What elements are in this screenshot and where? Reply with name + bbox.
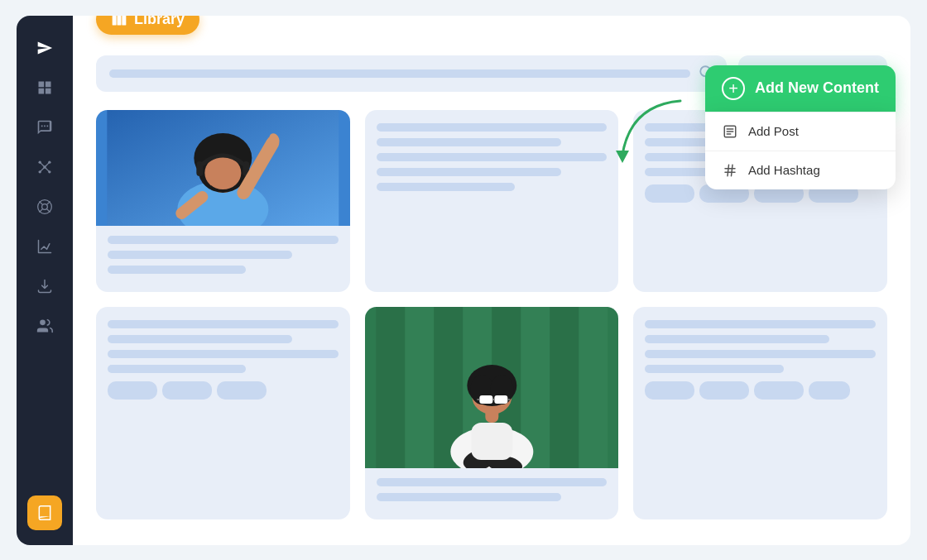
skeleton-line [377, 153, 608, 161]
svg-point-10 [42, 203, 48, 209]
add-hashtag-label: Add Hashtag [748, 163, 820, 177]
card-content-5 [365, 468, 619, 519]
skeleton-tag [217, 381, 267, 400]
search-bar[interactable] [96, 55, 727, 92]
add-new-content-button[interactable]: + Add New Content [705, 65, 896, 112]
hashtag-icon [722, 162, 738, 179]
skeleton-line [645, 350, 876, 358]
app-shell: Library [17, 16, 910, 545]
library-badge-label: Library [134, 16, 185, 28]
add-new-content-label: Add New Content [755, 79, 879, 97]
svg-line-6 [45, 162, 50, 167]
skeleton-tag [699, 381, 749, 400]
skeleton-line [108, 266, 246, 274]
svg-rect-40 [550, 307, 579, 468]
content-card-6[interactable] [633, 307, 887, 519]
svg-line-8 [40, 167, 45, 172]
skeleton-line [377, 123, 608, 132]
skeleton-line [108, 350, 339, 358]
sidebar-bottom [27, 495, 62, 530]
add-post-label: Add Post [748, 124, 799, 138]
sidebar-item-team[interactable] [27, 309, 62, 343]
svg-point-15 [40, 319, 46, 325]
card-tags [645, 381, 876, 400]
sidebar-item-library[interactable] [27, 495, 62, 530]
card-image-1 [96, 110, 350, 226]
svg-line-7 [45, 167, 50, 172]
skeleton-tag [754, 381, 804, 400]
main-content: Library [73, 16, 910, 545]
svg-rect-34 [376, 307, 405, 468]
add-icon: + [722, 77, 745, 100]
svg-line-14 [40, 208, 43, 212]
card-content-1 [96, 226, 350, 292]
sidebar [17, 16, 73, 545]
svg-line-13 [47, 208, 50, 212]
svg-rect-18 [122, 16, 126, 26]
skeleton-line [377, 493, 561, 501]
skeleton-tag [162, 381, 212, 400]
skeleton-line [108, 236, 339, 244]
skeleton-tag [645, 184, 694, 203]
skeleton-line [377, 478, 608, 486]
sidebar-item-support[interactable] [27, 189, 62, 224]
sidebar-item-send[interactable] [27, 31, 62, 65]
content-card-1[interactable] [96, 110, 350, 292]
skeleton-tag [108, 381, 157, 400]
add-content-popup: + Add New Content Add Post [705, 65, 896, 189]
svg-rect-17 [118, 16, 122, 26]
svg-rect-41 [579, 307, 608, 468]
svg-rect-52 [494, 395, 507, 404]
sidebar-item-chat[interactable] [27, 110, 62, 145]
post-icon [722, 123, 738, 140]
skeleton-line [108, 251, 292, 259]
library-badge-icon [111, 16, 127, 28]
skeleton-line [108, 335, 292, 343]
add-hashtag-item[interactable]: Add Hashtag [705, 151, 896, 189]
svg-rect-51 [479, 395, 492, 404]
skeleton-line [377, 183, 515, 191]
svg-rect-45 [471, 423, 512, 460]
content-card-2[interactable] [365, 110, 619, 292]
skeleton-line [108, 320, 339, 328]
content-card-4[interactable] [96, 307, 350, 519]
card-tags [108, 381, 339, 400]
search-placeholder-line [109, 69, 690, 78]
sidebar-item-download[interactable] [27, 269, 62, 304]
svg-line-12 [47, 201, 50, 204]
sidebar-item-network[interactable] [27, 150, 62, 184]
svg-line-63 [728, 165, 729, 176]
svg-line-11 [40, 201, 43, 204]
skeleton-line [377, 168, 561, 176]
svg-point-27 [204, 156, 241, 189]
skeleton-tag [645, 381, 694, 400]
add-post-item[interactable]: Add Post [705, 112, 896, 151]
sidebar-item-analytics[interactable] [27, 229, 62, 264]
skeleton-line [645, 335, 829, 343]
skeleton-line [108, 365, 246, 373]
skeleton-line [645, 365, 783, 373]
content-card-5[interactable] [365, 307, 619, 519]
svg-line-64 [732, 165, 733, 176]
library-badge: Library [96, 16, 199, 35]
svg-line-5 [40, 162, 45, 167]
skeleton-line [645, 320, 876, 328]
svg-rect-35 [405, 307, 434, 468]
skeleton-line [377, 138, 561, 146]
skeleton-tag [809, 381, 850, 400]
svg-rect-16 [113, 16, 117, 26]
sidebar-item-dashboard[interactable] [27, 70, 62, 105]
card-image-5 [365, 307, 619, 468]
dropdown-menu: Add Post Add Hashtag [705, 112, 896, 189]
